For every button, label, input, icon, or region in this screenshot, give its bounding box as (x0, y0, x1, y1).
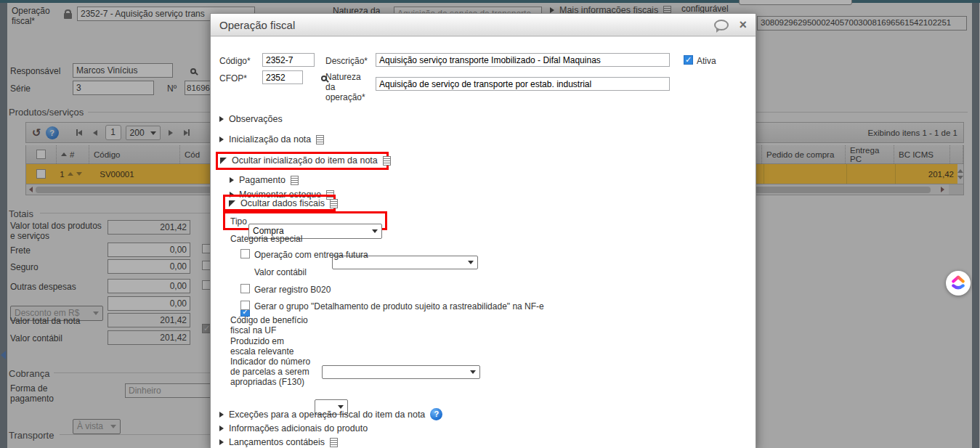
chevron-down-icon (372, 229, 378, 233)
section-ocultar-dados-fiscais[interactable]: Ocultar dados fiscais (229, 198, 338, 208)
entrega-futura-label: Operação com entrega futura (254, 250, 368, 260)
ativa-checkbox[interactable] (684, 55, 693, 65)
note-icon (330, 438, 338, 447)
rastreabilidade-checkbox[interactable] (240, 301, 250, 310)
descricao-label: Descrição* (325, 56, 368, 66)
natureza-operacao-label: Natureza da operação* (325, 72, 370, 102)
ativa-label: Ativa (697, 56, 716, 66)
modal-titlebar[interactable]: Operação fiscal × (211, 14, 756, 36)
note-icon (316, 135, 324, 144)
codigo-label: Código* (219, 56, 251, 66)
chevron-expanded-icon (220, 158, 227, 164)
registro-b020-label: Gerar registro B020 (254, 285, 331, 295)
cfop-input[interactable]: 2352 (262, 70, 303, 84)
section-inicializacao-nota[interactable]: Inicialização da nota (219, 134, 324, 144)
registro-b020-checkbox[interactable] (240, 284, 250, 293)
rastreabilidade-label: Gerar o grupo "Detalhamento de produto s… (254, 301, 544, 311)
app-window: Operação fiscal* 2352-7 - Aquisição serv… (0, 0, 980, 448)
tipo-label: Tipo (230, 216, 247, 227)
section-lancamentos[interactable]: Lançamentos contábeis (219, 437, 338, 447)
chevron-down-icon (470, 370, 476, 374)
chevron-right-icon (219, 439, 224, 445)
note-icon (291, 176, 299, 185)
chevron-right-icon (219, 425, 224, 431)
section-observacoes[interactable]: Observações (219, 114, 283, 124)
chevron-right-icon (230, 177, 234, 183)
beneficio-uf-label: Código de benefício fiscal na UF (230, 315, 321, 335)
entrega-futura-checkbox[interactable] (240, 249, 250, 258)
chevron-right-icon (219, 116, 224, 122)
section-ocultar-item-nota[interactable]: Ocultar inicialização do item da nota (220, 155, 391, 166)
categoria-especial-label: Categoria especial (230, 234, 302, 244)
indicador-f130-label: Indicador do número de parcelas a serem … (230, 357, 312, 387)
comment-icon[interactable] (714, 20, 729, 30)
note-icon (330, 199, 338, 208)
codigo-input[interactable]: 2352-7 (262, 53, 315, 67)
section-pagamento[interactable]: Pagamento (230, 175, 299, 185)
cfop-label: CFOP* (219, 73, 247, 84)
close-icon[interactable]: × (739, 19, 747, 30)
valor-contabil-check-label: Valor contábil (254, 267, 307, 277)
beneficio-uf-select[interactable] (322, 365, 480, 379)
note-icon (383, 156, 391, 166)
clickup-logo-icon (951, 275, 965, 291)
chevron-expanded-icon (229, 200, 235, 207)
escala-relevante-label: Produzido em escala relevante (230, 336, 310, 357)
operacao-fiscal-modal: Operação fiscal × Código* 2352-7 Descriç… (210, 13, 756, 448)
clickup-widget-button[interactable] (946, 271, 971, 296)
chevron-right-icon (219, 412, 224, 418)
chevron-down-icon (468, 261, 474, 264)
modal-body: Código* 2352-7 Descrição* Aquisição serv… (211, 36, 756, 448)
descricao-input[interactable]: Aquisição serviço transporte Imobilizado… (376, 53, 670, 67)
chevron-right-icon (219, 137, 224, 142)
section-informacoes-produto[interactable]: Informações adicionais do produto (219, 423, 368, 433)
help-icon[interactable]: ? (430, 408, 442, 420)
natureza-operacao-input[interactable]: Aquisição de serviço de transporte por e… (376, 77, 670, 91)
section-excecoes[interactable]: Exceções para a operação fiscal do item … (219, 408, 442, 420)
modal-title: Operação fiscal (219, 19, 714, 31)
